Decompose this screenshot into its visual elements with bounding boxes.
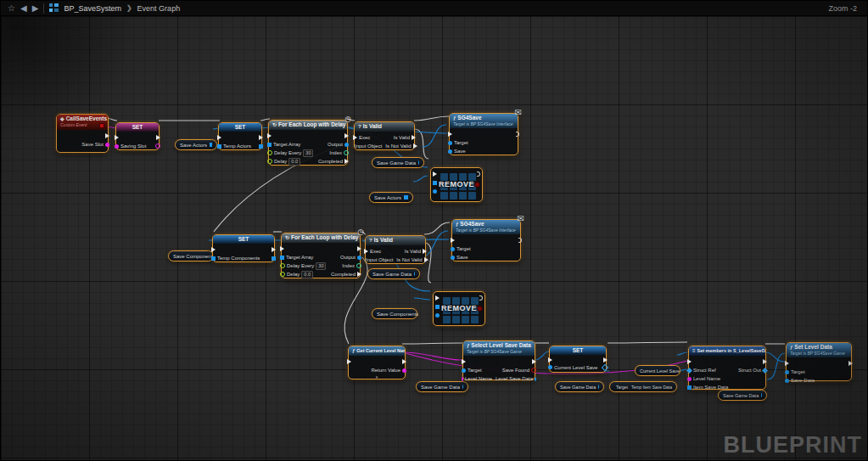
bookmark-star-icon[interactable]: ☆	[8, 1, 15, 16]
target-pin[interactable]	[785, 370, 789, 374]
level-name-pin[interactable]	[462, 377, 463, 381]
node-array-remove-1[interactable]: REMOVE	[430, 167, 483, 202]
save-game-data-out-pin[interactable]	[418, 160, 419, 165]
exec-in-pin[interactable]	[462, 359, 466, 364]
target-pin[interactable]	[462, 368, 466, 373]
save-game-data-out-pin[interactable]	[462, 385, 463, 389]
is-not-valid-exec-pin[interactable]	[424, 257, 428, 262]
exec-in-pin[interactable]	[785, 361, 789, 366]
delay-every-value-field[interactable]: 30	[303, 149, 313, 157]
bool-out-pin[interactable]	[474, 182, 480, 188]
node-expander-icon[interactable]: ▾	[376, 374, 378, 379]
exec-out-pin[interactable]	[477, 171, 480, 177]
current-level-save-out-pin[interactable]	[602, 363, 608, 370]
node-select-level-save-data[interactable]: ƒSelect Level Save Data Target is BP SG4…	[462, 340, 535, 380]
node-is-valid-2[interactable]: ?Is Valid ExecIs Valid Input ObjectIs No…	[365, 235, 426, 264]
node-is-valid-1[interactable]: ?Is Valid ExecIs Valid Input ObjectIs No…	[354, 121, 415, 150]
save-game-data-out-pin[interactable]	[761, 393, 762, 397]
exec-in-pin[interactable]	[347, 359, 351, 364]
pill-save-actors[interactable]: Save Actors	[175, 139, 217, 150]
exec-in-pin[interactable]	[267, 133, 272, 138]
exec-in-pin[interactable]	[211, 247, 216, 252]
breadcrumb-blueprint-name[interactable]: BP_SaveSystem	[64, 4, 121, 13]
exec-in-pin[interactable]	[451, 238, 455, 243]
index-pin[interactable]	[344, 150, 349, 155]
target-pin[interactable]	[451, 247, 455, 251]
delay-every-pin[interactable]	[280, 263, 285, 268]
exec-out-pin[interactable]	[105, 133, 109, 138]
save-pin[interactable]	[451, 256, 455, 260]
pill-save-game-data-4[interactable]: Save Game Data	[555, 381, 604, 392]
exec-in-pin[interactable]	[280, 246, 284, 251]
exec-out-pin[interactable]	[848, 361, 853, 366]
node-array-remove-2[interactable]: REMOVE	[433, 291, 485, 326]
level-save-data-pin[interactable]	[535, 377, 536, 381]
temp-actors-out-pin[interactable]	[259, 144, 263, 149]
saving-slot-out-pin[interactable]	[155, 143, 160, 149]
nav-back-icon[interactable]: ◀	[20, 1, 27, 16]
loop-body-exec-pin[interactable]	[357, 246, 361, 251]
is-valid-exec-pin[interactable]	[423, 249, 427, 254]
save-game-data-out-pin[interactable]	[414, 272, 415, 276]
exec-out-pin[interactable]	[763, 359, 767, 364]
pill-current-level-save[interactable]: Current Level Save	[635, 365, 680, 376]
pill-temp-item-save-data[interactable]: Target Temp Item Save Data	[609, 381, 677, 392]
delay-every-value-field[interactable]: 30	[316, 262, 326, 270]
pill-save-actors-2[interactable]: Save Actors	[369, 192, 413, 203]
delay-every-pin[interactable]	[267, 150, 272, 155]
save-found-pin[interactable]	[531, 368, 536, 373]
is-valid-exec-pin[interactable]	[412, 135, 416, 140]
exec-out-pin[interactable]	[518, 238, 522, 243]
saving-slot-in-pin[interactable]	[115, 144, 119, 149]
exec-in-pin[interactable]	[687, 359, 692, 364]
target-array-pin[interactable]	[280, 256, 284, 260]
return-value-pin[interactable]	[402, 368, 406, 373]
exec-out-pin[interactable]	[272, 247, 276, 252]
node-set-current-level-save[interactable]: SET Current Level Save	[549, 346, 607, 373]
target-pin[interactable]	[448, 141, 452, 145]
array-in-pin[interactable]	[433, 181, 437, 185]
exec-in-pin[interactable]	[433, 171, 437, 177]
output-pin[interactable]	[344, 143, 349, 147]
loop-body-exec-pin[interactable]	[344, 133, 349, 138]
node-set-temp-components[interactable]: SET Temp Components	[212, 234, 275, 262]
completed-exec-pin[interactable]	[357, 272, 361, 277]
save-actors-out-pin[interactable]	[404, 195, 408, 200]
exec-out-pin[interactable]	[156, 135, 160, 140]
exec-out-pin[interactable]	[603, 357, 608, 363]
exec-in-pin[interactable]	[353, 135, 357, 140]
item-in-pin[interactable]	[433, 189, 437, 194]
nav-forward-icon[interactable]: ▶	[32, 1, 39, 16]
node-for-each-loop-with-delay-1[interactable]: ◷ ↻For Each Loop with Delay Target Array…	[268, 120, 348, 166]
item-in-pin[interactable]	[435, 313, 440, 318]
exec-out-pin[interactable]	[479, 295, 483, 301]
node-set-level-data[interactable]: ƒSet Level Data Target is BP SG4Save Gam…	[786, 342, 852, 381]
delay-value-field[interactable]: 0.0	[301, 271, 313, 278]
breadcrumb-graph-name[interactable]: Event Graph	[137, 4, 181, 13]
delay-pin[interactable]	[267, 159, 272, 164]
save-slot-out-pin[interactable]	[105, 143, 109, 147]
node-set-saving-slot[interactable]: SET Saving Slot	[115, 122, 160, 150]
save-game-data-out-pin[interactable]	[598, 385, 599, 389]
node-sg4save-1[interactable]: ✉ ƒSG4Save Target is BP SG4Save Interfac…	[449, 113, 518, 155]
current-level-save-in-pin[interactable]	[548, 365, 552, 369]
pill-save-components-1[interactable]: Save Components	[168, 250, 214, 261]
temp-components-in-pin[interactable]	[211, 256, 216, 261]
save-actors-out-pin[interactable]	[210, 143, 212, 147]
pill-save-components-2[interactable]: Save Components	[372, 308, 417, 319]
exec-in-pin[interactable]	[548, 357, 552, 363]
node-set-temp-actors[interactable]: SET Temp Actors	[218, 122, 262, 150]
exec-out-pin[interactable]	[532, 359, 536, 364]
item-save-data-pin[interactable]	[687, 385, 692, 390]
exec-in-pin[interactable]	[217, 135, 221, 140]
index-pin[interactable]	[356, 263, 361, 268]
output-pin[interactable]	[357, 256, 361, 260]
struct-out-pin[interactable]	[762, 367, 768, 373]
exec-in-pin[interactable]	[435, 295, 440, 301]
array-in-pin[interactable]	[435, 305, 440, 309]
pill-save-game-data-3[interactable]: Save Game Data	[416, 381, 468, 392]
save-data-pin[interactable]	[785, 379, 789, 383]
is-not-valid-exec-pin[interactable]	[413, 143, 417, 149]
temp-components-out-pin[interactable]	[272, 256, 276, 261]
target-array-pin[interactable]	[267, 143, 272, 147]
